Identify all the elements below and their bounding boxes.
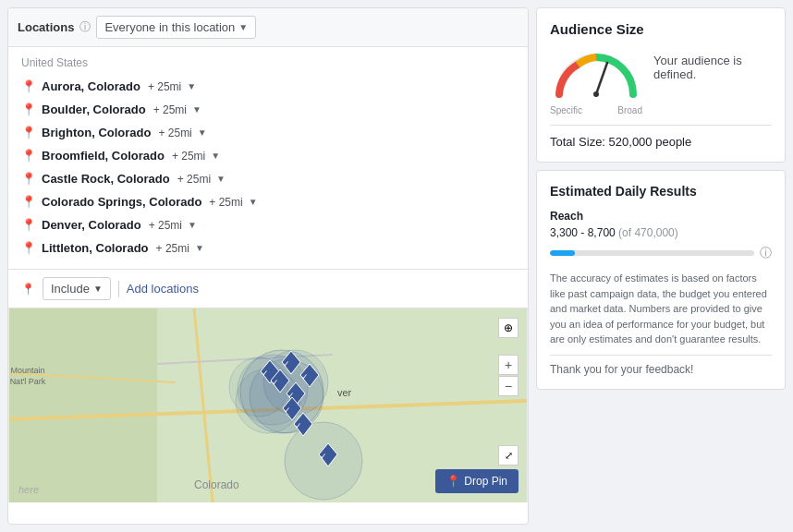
drop-pin-label: Drop Pin [464,475,507,488]
zoom-out-button[interactable]: − [498,376,518,396]
specific-label: Specific [550,105,582,115]
info-icon[interactable]: ⓘ [79,19,91,35]
zoom-in-button[interactable]: + [498,355,518,375]
country-label: United States [21,56,515,69]
estimated-title: Estimated Daily Results [550,184,772,199]
radius-dropdown-icon[interactable]: ▼ [216,174,226,184]
pin-icon: 📍 [21,126,36,139]
include-label: Include [51,282,90,296]
list-item: 📍 Brighton, Colorado + 25mi ▼ [21,121,515,144]
reach-values: 3,300 - 8,700 (of 470,000) [550,226,772,239]
svg-text:✓: ✓ [272,378,279,387]
gauge-wrapper: Specific Broad [550,48,642,115]
radius-dropdown-icon[interactable]: ▼ [187,81,196,91]
pin-icon: 📍 [21,149,36,163]
svg-text:✓: ✓ [301,372,309,381]
audience-defined-text: Your audience is defined. [653,48,772,81]
radius-dropdown-icon[interactable]: ▼ [198,127,207,138]
location-name: Brighton, Colorado [42,126,151,139]
reach-info-icon[interactable]: ⓘ [760,245,772,261]
radius-dropdown-icon[interactable]: ▼ [211,151,220,161]
location-name: Aurora, Colorado [42,79,140,93]
broad-label: Broad [617,105,642,115]
list-item: 📍 Denver, Colorado + 25mi ▼ [21,213,515,236]
svg-text:✓: ✓ [262,369,269,378]
list-item: 📍 Castle Rock, Colorado + 25mi ▼ [21,167,515,190]
svg-text:here: here [18,484,39,495]
svg-text:✓: ✓ [295,421,302,430]
location-name: Colorado Springs, Colorado [42,195,201,209]
pin-icon: 📍 [21,241,36,255]
location-name: Denver, Colorado [42,218,141,232]
svg-point-35 [593,91,599,97]
map-nav-button[interactable]: ⊕ [498,318,518,338]
list-item: 📍 Littleton, Colorado + 25mi ▼ [21,236,515,260]
location-radius: + 25mi [148,80,181,93]
radius-dropdown-icon[interactable]: ▼ [192,104,201,115]
location-radius: + 25mi [158,127,191,139]
reach-bar-row: ⓘ [550,245,772,261]
location-type-dropdown[interactable]: Everyone in this location ▼ [96,16,256,39]
reach-label: Reach [550,210,772,223]
gauge-row: Specific Broad Your audience is defined. [550,48,772,115]
audience-size-card: Audience Size [536,7,786,163]
gauge-svg [550,48,642,102]
drop-pin-button[interactable]: 📍 Drop Pin [435,469,518,493]
pin-icon: 📍 [21,195,36,209]
svg-text:Nat'l Park: Nat'l Park [10,377,46,386]
pin-icon: 📍 [21,218,36,232]
include-pin-icon: 📍 [21,283,35,296]
location-name: Boulder, Colorado [42,103,146,116]
location-radius: + 25mi [153,103,187,116]
reach-bar-fill [550,250,575,256]
svg-text:Colorado: Colorado [194,478,239,491]
svg-line-34 [596,63,607,94]
svg-text:✓: ✓ [283,359,290,369]
list-item: 📍 Broomfield, Colorado + 25mi ▼ [21,144,515,167]
location-type-text: Everyone in this location [104,20,235,34]
drop-pin-icon: 📍 [446,475,460,488]
pin-icon: 📍 [21,79,36,93]
svg-text:✓: ✓ [284,405,291,415]
add-locations-button[interactable]: Add locations [127,282,199,296]
audience-size-title: Audience Size [550,21,772,37]
locations-header: Locations ⓘ Everyone in this location ▼ [8,8,528,47]
estimates-description: The accuracy of estimates is based on fa… [550,271,772,347]
location-name: Castle Rock, Colorado [42,172,170,186]
location-radius: + 25mi [172,150,205,163]
location-radius: + 25mi [209,196,242,209]
expand-map-button[interactable]: ⤢ [498,445,518,466]
include-dropdown[interactable]: Include ▼ [43,277,111,300]
location-radius: + 25mi [177,173,211,186]
feedback-text: Thank you for your feedback! [550,355,772,376]
radius-dropdown-icon[interactable]: ▼ [188,220,197,230]
radius-dropdown-icon[interactable]: ▼ [195,243,204,253]
location-name: Littleton, Colorado [42,241,149,255]
gauge-labels: Specific Broad [550,105,642,115]
right-panel: Audience Size [536,7,786,525]
location-radius: + 25mi [149,219,182,232]
reach-range: 3,300 - 8,700 [550,226,616,239]
pin-icon: 📍 [21,103,36,116]
map-container[interactable]: here ✓ ✓ ✓ ✓ ✓ [8,308,528,502]
location-name: Broomfield, Colorado [42,149,165,163]
dropdown-arrow-icon: ▼ [238,22,248,32]
estimated-daily-card: Estimated Daily Results Reach 3,300 - 8,… [536,170,786,390]
list-item: 📍 Colorado Springs, Colorado + 25mi ▼ [21,190,515,213]
pin-icon: 📍 [21,172,36,186]
gauge-container [550,48,642,103]
svg-rect-1 [9,308,157,502]
include-bar: 📍 Include ▼ Add locations [8,270,528,308]
location-radius: + 25mi [156,242,189,255]
radius-dropdown-icon[interactable]: ▼ [249,197,258,207]
reach-of: (of 470,000) [618,226,678,239]
include-arrow-icon: ▼ [93,284,103,294]
total-size-text: Total Size: 520,000 people [550,125,772,149]
svg-text:ver: ver [337,387,352,398]
svg-text:✓: ✓ [320,452,327,461]
svg-text:Mountain: Mountain [10,366,44,375]
zoom-controls: + − [498,355,518,396]
list-item: 📍 Aurora, Colorado + 25mi ▼ [21,75,515,98]
locations-label: Locations [18,20,74,34]
divider [118,281,119,297]
